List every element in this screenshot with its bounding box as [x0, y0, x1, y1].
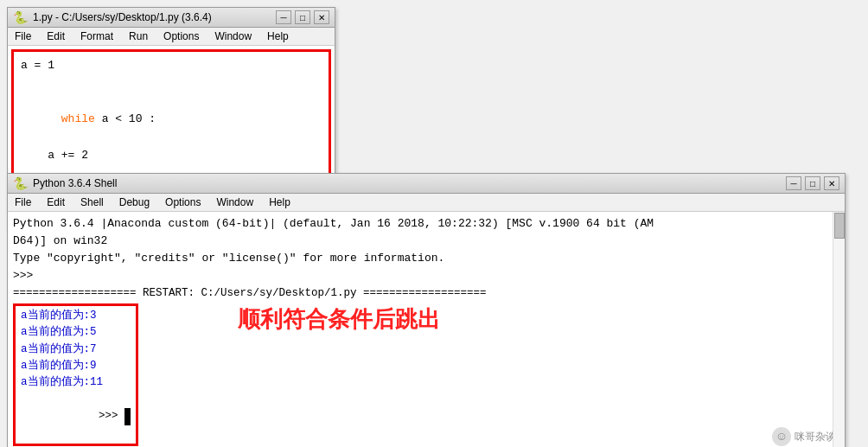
code-line-2	[21, 75, 322, 93]
shell-output-0: a当前的值为:3	[21, 308, 131, 324]
shell-output-2: a当前的值为:7	[21, 342, 131, 358]
editor-window-controls: ─ □ ✕	[276, 10, 329, 24]
editor-title-icon: 🐍	[13, 10, 28, 24]
keyword-while: while	[61, 112, 95, 125]
watermark-icon: ☺	[772, 427, 791, 446]
editor-menu-help[interactable]: Help	[264, 29, 292, 43]
shell-restart-line: =================== RESTART: C:/Users/sy…	[13, 285, 839, 302]
editor-menu-format[interactable]: Format	[77, 29, 117, 43]
shell-window: 🐍 Python 3.6.4 Shell ─ □ ✕ File Edit She…	[7, 173, 846, 447]
editor-close-button[interactable]: ✕	[314, 10, 329, 24]
editor-maximize-button[interactable]: □	[295, 10, 310, 24]
code-line-1: a = 1	[21, 57, 322, 75]
code-line-3-rest: a < 10 :	[95, 112, 156, 125]
shell-intro-line3: Type "copyright", "credits" or "license(…	[13, 250, 839, 267]
scrollbar[interactable]	[833, 212, 845, 447]
shell-maximize-button[interactable]: □	[805, 176, 820, 190]
editor-menu-run[interactable]: Run	[125, 29, 151, 43]
watermark-text: 咪哥杂谈	[795, 429, 836, 445]
shell-minimize-button[interactable]: ─	[786, 176, 801, 190]
editor-title-text: 1.py - C:/Users/sy/Desktop/1.py (3.6.4)	[33, 11, 212, 23]
shell-titlebar: 🐍 Python 3.6.4 Shell ─ □ ✕	[8, 174, 845, 194]
shell-close-button[interactable]: ✕	[824, 176, 839, 190]
shell-output-box: a当前的值为:3 a当前的值为:5 a当前的值为:7 a当前的值为:9 a当前的…	[13, 303, 138, 446]
editor-menu-options[interactable]: Options	[160, 29, 202, 43]
shell-content-area[interactable]: Python 3.6.4 |Anaconda custom (64-bit)| …	[8, 212, 845, 447]
shell-prompt1: >>>	[13, 267, 839, 284]
shell-menu-window[interactable]: Window	[213, 195, 257, 209]
editor-minimize-button[interactable]: ─	[276, 10, 291, 24]
shell-menu-file[interactable]: File	[11, 195, 35, 209]
shell-menu-edit[interactable]: Edit	[43, 195, 68, 209]
shell-final-prompt: >>>	[21, 392, 131, 442]
code-line-4: a += 2	[21, 147, 322, 165]
shell-menu-options[interactable]: Options	[162, 195, 204, 209]
shell-menu-debug[interactable]: Debug	[116, 195, 153, 209]
shell-output-3: a当前的值为:9	[21, 358, 131, 374]
editor-menu-file[interactable]: File	[11, 29, 35, 43]
shell-intro-line2: D64)] on win32	[13, 233, 839, 250]
editor-menu-bar: File Edit Format Run Options Window Help	[8, 28, 335, 46]
editor-menu-edit[interactable]: Edit	[43, 29, 68, 43]
shell-output-1: a当前的值为:5	[21, 324, 131, 341]
annotation-text: 顺利符合条件后跳出	[238, 302, 440, 336]
shell-title-text: Python 3.6.4 Shell	[33, 177, 117, 189]
shell-output-left: a当前的值为:3 a当前的值为:5 a当前的值为:7 a当前的值为:9 a当前的…	[13, 302, 186, 446]
shell-annotation-area: 顺利符合条件后跳出	[186, 302, 839, 446]
shell-intro-line1: Python 3.6.4 |Anaconda custom (64-bit)| …	[13, 215, 839, 233]
shell-output-section: a当前的值为:3 a当前的值为:5 a当前的值为:7 a当前的值为:9 a当前的…	[13, 302, 839, 446]
shell-title-icon: 🐍	[13, 176, 28, 190]
shell-menu-bar: File Edit Shell Debug Options Window Hel…	[8, 194, 845, 212]
editor-titlebar: 🐍 1.py - C:/Users/sy/Desktop/1.py (3.6.4…	[8, 8, 335, 28]
shell-menu-help[interactable]: Help	[265, 195, 294, 209]
scrollbar-thumb[interactable]	[834, 213, 845, 239]
editor-menu-window[interactable]: Window	[211, 29, 255, 43]
watermark: ☺ 咪哥杂谈	[772, 427, 836, 446]
code-line-3: while a < 10 :	[21, 93, 322, 147]
shell-menu-shell[interactable]: Shell	[77, 195, 107, 209]
shell-output-4: a当前的值为:11	[21, 374, 131, 391]
shell-window-controls: ─ □ ✕	[786, 176, 839, 190]
